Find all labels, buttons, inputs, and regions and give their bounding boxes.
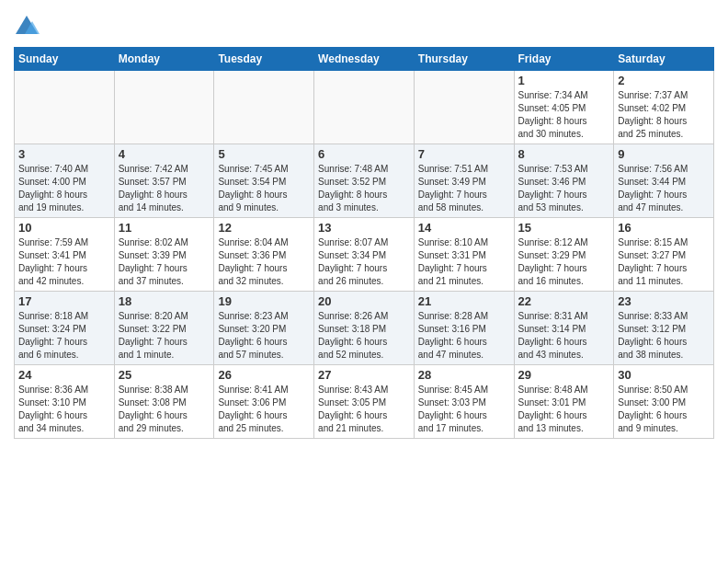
day-number: 26: [218, 368, 310, 382]
calendar-day-cell: 28Sunrise: 8:45 AM Sunset: 3:03 PM Dayli…: [414, 365, 514, 439]
calendar-day-cell: 24Sunrise: 8:36 AM Sunset: 3:10 PM Dayli…: [15, 365, 115, 439]
day-number: 18: [119, 294, 210, 308]
calendar-day-cell: 19Sunrise: 8:23 AM Sunset: 3:20 PM Dayli…: [214, 292, 314, 365]
calendar-week-row: 1Sunrise: 7:34 AM Sunset: 4:05 PM Daylig…: [15, 71, 714, 144]
calendar-week-row: 24Sunrise: 8:36 AM Sunset: 3:10 PM Dayli…: [15, 365, 714, 439]
calendar-day-cell: 22Sunrise: 8:31 AM Sunset: 3:14 PM Dayli…: [514, 292, 614, 365]
day-number: 15: [518, 221, 610, 235]
day-info: Sunrise: 8:33 AM Sunset: 3:12 PM Dayligh…: [618, 310, 710, 362]
day-number: 30: [618, 368, 710, 382]
day-info: Sunrise: 8:41 AM Sunset: 3:06 PM Dayligh…: [218, 384, 310, 435]
calendar-day-cell: [214, 71, 314, 144]
calendar-day-cell: [314, 71, 415, 144]
day-info: Sunrise: 7:56 AM Sunset: 3:44 PM Dayligh…: [618, 163, 710, 214]
page-header: [14, 9, 714, 40]
weekday-header-tuesday: Tuesday: [214, 48, 314, 71]
day-number: 7: [418, 147, 510, 161]
calendar-table: SundayMondayTuesdayWednesdayThursdayFrid…: [14, 47, 714, 439]
day-number: 2: [618, 74, 710, 87]
weekday-header-wednesday: Wednesday: [314, 48, 415, 71]
day-info: Sunrise: 8:26 AM Sunset: 3:18 PM Dayligh…: [318, 310, 410, 362]
day-info: Sunrise: 8:12 AM Sunset: 3:29 PM Dayligh…: [518, 236, 610, 288]
calendar-day-cell: 26Sunrise: 8:41 AM Sunset: 3:06 PM Dayli…: [214, 365, 314, 439]
calendar-day-cell: 18Sunrise: 8:20 AM Sunset: 3:22 PM Dayli…: [114, 292, 214, 365]
day-number: 11: [119, 221, 210, 235]
calendar-day-cell: 30Sunrise: 8:50 AM Sunset: 3:00 PM Dayli…: [614, 365, 714, 439]
day-info: Sunrise: 8:45 AM Sunset: 3:03 PM Dayligh…: [418, 384, 510, 435]
weekday-header-monday: Monday: [114, 48, 214, 71]
calendar-day-cell: 11Sunrise: 8:02 AM Sunset: 3:39 PM Dayli…: [114, 218, 214, 292]
day-info: Sunrise: 8:38 AM Sunset: 3:08 PM Dayligh…: [119, 384, 210, 435]
day-info: Sunrise: 8:18 AM Sunset: 3:24 PM Dayligh…: [18, 310, 110, 362]
day-number: 6: [318, 147, 410, 161]
calendar-day-cell: 5Sunrise: 7:45 AM Sunset: 3:54 PM Daylig…: [214, 144, 314, 218]
weekday-header-thursday: Thursday: [414, 48, 514, 71]
day-number: 16: [618, 221, 710, 235]
day-number: 22: [518, 294, 610, 308]
calendar-day-cell: 25Sunrise: 8:38 AM Sunset: 3:08 PM Dayli…: [114, 365, 214, 439]
calendar-day-cell: 3Sunrise: 7:40 AM Sunset: 4:00 PM Daylig…: [15, 144, 115, 218]
day-number: 9: [618, 147, 710, 161]
calendar-week-row: 17Sunrise: 8:18 AM Sunset: 3:24 PM Dayli…: [15, 292, 714, 365]
page-container: SundayMondayTuesdayWednesdayThursdayFrid…: [0, 0, 728, 443]
day-number: 24: [18, 368, 110, 382]
day-number: 27: [318, 368, 410, 382]
day-number: 29: [518, 368, 610, 382]
day-number: 10: [18, 221, 110, 235]
calendar-day-cell: 20Sunrise: 8:26 AM Sunset: 3:18 PM Dayli…: [314, 292, 415, 365]
calendar-day-cell: 4Sunrise: 7:42 AM Sunset: 3:57 PM Daylig…: [114, 144, 214, 218]
day-info: Sunrise: 8:07 AM Sunset: 3:34 PM Dayligh…: [318, 236, 410, 288]
day-info: Sunrise: 8:31 AM Sunset: 3:14 PM Dayligh…: [518, 310, 610, 362]
day-number: 17: [18, 294, 110, 308]
calendar-day-cell: 6Sunrise: 7:48 AM Sunset: 3:52 PM Daylig…: [314, 144, 415, 218]
day-info: Sunrise: 8:02 AM Sunset: 3:39 PM Dayligh…: [119, 236, 210, 288]
day-info: Sunrise: 8:15 AM Sunset: 3:27 PM Dayligh…: [618, 236, 710, 288]
calendar-week-row: 3Sunrise: 7:40 AM Sunset: 4:00 PM Daylig…: [15, 144, 714, 218]
day-number: 23: [618, 294, 710, 308]
day-number: 20: [318, 294, 410, 308]
calendar-day-cell: 13Sunrise: 8:07 AM Sunset: 3:34 PM Dayli…: [314, 218, 415, 292]
day-info: Sunrise: 8:04 AM Sunset: 3:36 PM Dayligh…: [218, 236, 310, 288]
day-info: Sunrise: 8:36 AM Sunset: 3:10 PM Dayligh…: [18, 384, 110, 435]
day-info: Sunrise: 7:59 AM Sunset: 3:41 PM Dayligh…: [18, 236, 110, 288]
calendar-day-cell: [15, 71, 115, 144]
calendar-day-cell: 9Sunrise: 7:56 AM Sunset: 3:44 PM Daylig…: [614, 144, 714, 218]
weekday-header-saturday: Saturday: [614, 48, 714, 71]
logo: [14, 14, 43, 40]
calendar-week-row: 10Sunrise: 7:59 AM Sunset: 3:41 PM Dayli…: [15, 218, 714, 292]
day-info: Sunrise: 8:43 AM Sunset: 3:05 PM Dayligh…: [318, 384, 410, 435]
day-info: Sunrise: 8:50 AM Sunset: 3:00 PM Dayligh…: [618, 384, 710, 435]
calendar-day-cell: 15Sunrise: 8:12 AM Sunset: 3:29 PM Dayli…: [514, 218, 614, 292]
calendar-day-cell: 1Sunrise: 7:34 AM Sunset: 4:05 PM Daylig…: [514, 71, 614, 144]
calendar-day-cell: 7Sunrise: 7:51 AM Sunset: 3:49 PM Daylig…: [414, 144, 514, 218]
weekday-header-sunday: Sunday: [15, 48, 115, 71]
day-number: 8: [518, 147, 610, 161]
calendar-day-cell: 14Sunrise: 8:10 AM Sunset: 3:31 PM Dayli…: [414, 218, 514, 292]
calendar-day-cell: 27Sunrise: 8:43 AM Sunset: 3:05 PM Dayli…: [314, 365, 415, 439]
day-number: 1: [518, 74, 610, 87]
day-number: 5: [218, 147, 310, 161]
day-info: Sunrise: 8:10 AM Sunset: 3:31 PM Dayligh…: [418, 236, 510, 288]
calendar-day-cell: 12Sunrise: 8:04 AM Sunset: 3:36 PM Dayli…: [214, 218, 314, 292]
calendar-day-cell: [114, 71, 214, 144]
calendar-day-cell: 17Sunrise: 8:18 AM Sunset: 3:24 PM Dayli…: [15, 292, 115, 365]
calendar-day-cell: [414, 71, 514, 144]
day-info: Sunrise: 8:23 AM Sunset: 3:20 PM Dayligh…: [218, 310, 310, 362]
calendar-day-cell: 23Sunrise: 8:33 AM Sunset: 3:12 PM Dayli…: [614, 292, 714, 365]
weekday-header-friday: Friday: [514, 48, 614, 71]
calendar-day-cell: 10Sunrise: 7:59 AM Sunset: 3:41 PM Dayli…: [15, 218, 115, 292]
day-number: 3: [18, 147, 110, 161]
day-info: Sunrise: 8:28 AM Sunset: 3:16 PM Dayligh…: [418, 310, 510, 362]
day-info: Sunrise: 8:20 AM Sunset: 3:22 PM Dayligh…: [119, 310, 210, 362]
calendar-day-cell: 2Sunrise: 7:37 AM Sunset: 4:02 PM Daylig…: [614, 71, 714, 144]
day-number: 14: [418, 221, 510, 235]
day-number: 13: [318, 221, 410, 235]
calendar-day-cell: 21Sunrise: 8:28 AM Sunset: 3:16 PM Dayli…: [414, 292, 514, 365]
day-info: Sunrise: 8:48 AM Sunset: 3:01 PM Dayligh…: [518, 384, 610, 435]
day-number: 21: [418, 294, 510, 308]
day-number: 4: [119, 147, 210, 161]
day-info: Sunrise: 7:42 AM Sunset: 3:57 PM Dayligh…: [119, 163, 210, 214]
calendar-day-cell: 29Sunrise: 8:48 AM Sunset: 3:01 PM Dayli…: [514, 365, 614, 439]
calendar-day-cell: 8Sunrise: 7:53 AM Sunset: 3:46 PM Daylig…: [514, 144, 614, 218]
day-number: 12: [218, 221, 310, 235]
